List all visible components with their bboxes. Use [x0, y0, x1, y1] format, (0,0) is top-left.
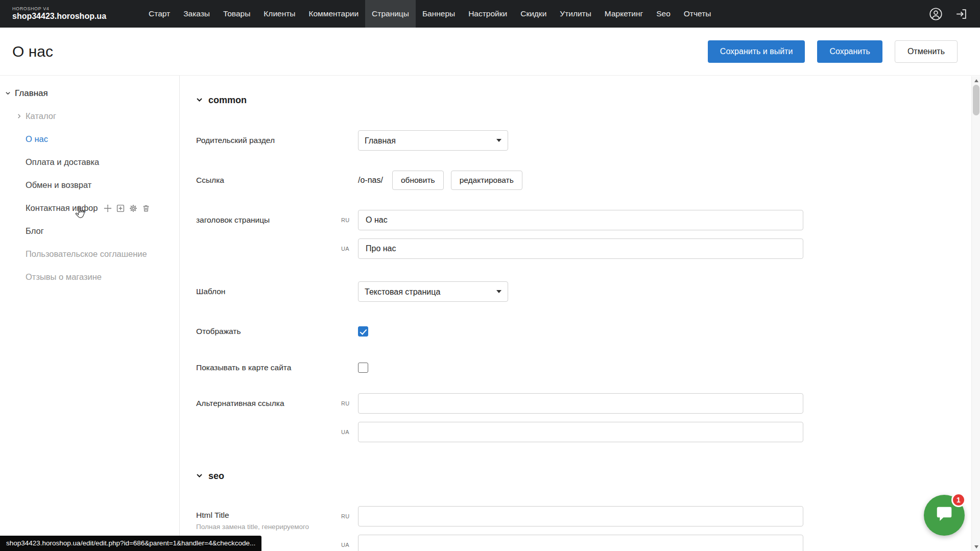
pages-tree: Главная Каталог О нас Оплата и доставка …	[0, 76, 180, 551]
html-title-ua-input[interactable]	[358, 535, 803, 551]
template-label: Шаблон	[196, 281, 358, 302]
chevron-down-icon	[5, 88, 11, 99]
sitemap-checkbox[interactable]	[358, 363, 368, 373]
page-title: О нас	[12, 43, 53, 60]
page-header: О нас Сохранить и выйти Сохранить Отмени…	[0, 28, 980, 76]
nav-item-reports[interactable]: Отчеты	[677, 0, 718, 28]
tree-item-label: Отзывы о магазине	[26, 272, 102, 282]
nav-item-utilities[interactable]: Утилиты	[553, 0, 598, 28]
tree-item-label: Блог	[26, 226, 44, 236]
chevron-right-icon[interactable]	[16, 113, 22, 119]
nav-item-products[interactable]: Товары	[217, 0, 257, 28]
page-edit-form: common Родительский раздел Главная Ссылк…	[180, 76, 980, 551]
brand-version: HOROSHOP V4	[12, 7, 106, 12]
nav-item-settings[interactable]: Настройки	[462, 0, 514, 28]
page-title-ua-input[interactable]	[358, 238, 803, 259]
main-menu: Старт Заказы Товары Клиенты Комментарии …	[142, 0, 718, 28]
section-title: common	[208, 95, 247, 106]
tree-item-main[interactable]: Главная	[0, 82, 179, 105]
chat-icon	[935, 505, 954, 526]
html-title-ru-input[interactable]	[358, 506, 803, 526]
lang-ru-tag: RU	[341, 400, 350, 406]
nav-item-start[interactable]: Старт	[142, 0, 177, 28]
page-url-value: /o-nas/	[358, 176, 383, 185]
parent-section-select[interactable]: Главная	[358, 130, 508, 151]
vertical-scrollbar[interactable]	[971, 76, 980, 551]
status-url-tooltip: shop34423.horoshop.ua/edit/edit.php?id=6…	[0, 536, 261, 551]
lang-ru-tag: RU	[341, 513, 350, 519]
html-title-hint: Полная замена title, генерируемого	[196, 523, 358, 531]
page-title-ru-input[interactable]	[358, 210, 803, 230]
display-label: Отображать	[196, 321, 358, 342]
nav-item-pages[interactable]: Страницы	[365, 0, 416, 28]
scroll-down-arrow-icon[interactable]	[972, 542, 980, 551]
tree-item-contact-info[interactable]: Контактная инфор	[26, 197, 179, 220]
alt-link-ru-input[interactable]	[358, 393, 803, 414]
nav-item-discounts[interactable]: Скидки	[514, 0, 553, 28]
cancel-button[interactable]: Отменить	[895, 40, 958, 63]
chevron-down-icon	[196, 95, 203, 106]
alt-link-label: Альтернативная ссылка	[196, 393, 358, 414]
section-title: seo	[208, 471, 224, 482]
lang-ua-tag: UA	[341, 429, 349, 435]
tree-item-label: Пользовательское соглашение	[26, 249, 147, 259]
scroll-up-arrow-icon[interactable]	[972, 76, 980, 85]
scrollbar-thumb[interactable]	[973, 85, 979, 115]
chevron-down-icon	[196, 471, 203, 482]
edit-link-button[interactable]: редактировать	[451, 171, 522, 190]
nav-item-banners[interactable]: Баннеры	[416, 0, 462, 28]
tree-item-label: Контактная инфор	[26, 203, 98, 213]
display-checkbox[interactable]	[358, 326, 368, 337]
brand[interactable]: HOROSHOP V4 shop34423.horoshop.ua	[12, 7, 106, 20]
section-common-toggle[interactable]: common	[196, 95, 960, 106]
nav-item-comments[interactable]: Комментарии	[302, 0, 365, 28]
logout-icon[interactable]	[955, 8, 968, 20]
move-icon[interactable]	[104, 204, 112, 212]
tree-item-about[interactable]: О нас	[26, 128, 179, 151]
sitemap-label: Показывать в карте сайта	[196, 357, 358, 378]
add-page-icon[interactable]	[116, 204, 125, 212]
brand-domain: shop34423.horoshop.ua	[12, 12, 106, 21]
account-icon[interactable]	[929, 7, 943, 21]
trash-icon[interactable]	[142, 204, 150, 212]
tree-item-blog[interactable]: Блог	[26, 220, 179, 243]
lang-ua-tag: UA	[341, 542, 349, 548]
lang-ru-tag: RU	[341, 217, 350, 223]
tree-item-label: О нас	[26, 134, 48, 144]
tree-item-label: Оплата и доставка	[26, 157, 99, 167]
tree-item-katalog[interactable]: Каталог	[26, 105, 179, 128]
gear-icon[interactable]	[129, 204, 137, 212]
tree-item-user-agreement[interactable]: Пользовательское соглашение	[26, 243, 179, 266]
tree-item-store-reviews[interactable]: Отзывы о магазине	[26, 266, 179, 289]
tree-item-label: Обмен и возврат	[26, 180, 91, 190]
nav-item-marketing[interactable]: Маркетинг	[598, 0, 650, 28]
chat-unread-badge: 1	[951, 493, 966, 507]
parent-section-label: Родительский раздел	[196, 130, 358, 151]
template-select[interactable]: Текстовая страница	[358, 281, 508, 302]
save-button[interactable]: Сохранить	[817, 40, 882, 63]
tree-item-payment-delivery[interactable]: Оплата и доставка	[26, 151, 179, 174]
save-exit-button[interactable]: Сохранить и выйти	[708, 40, 805, 63]
page-title-label: заголовок страницы	[196, 210, 358, 230]
tree-item-label: Каталог	[26, 111, 56, 121]
link-label: Ссылка	[196, 170, 358, 190]
nav-item-seo[interactable]: Seo	[650, 0, 677, 28]
nav-item-clients[interactable]: Клиенты	[257, 0, 302, 28]
chat-widget-button[interactable]: 1	[924, 495, 965, 536]
html-title-label: Html Title	[196, 511, 358, 520]
nav-item-orders[interactable]: Заказы	[177, 0, 217, 28]
alt-link-ua-input[interactable]	[358, 422, 803, 442]
top-navbar: HOROSHOP V4 shop34423.horoshop.ua Старт …	[0, 0, 980, 28]
section-seo-toggle[interactable]: seo	[196, 471, 960, 482]
refresh-link-button[interactable]: обновить	[392, 171, 444, 190]
tree-item-exchange-return[interactable]: Обмен и возврат	[26, 174, 179, 197]
lang-ua-tag: UA	[341, 246, 349, 252]
tree-item-label: Главная	[15, 88, 48, 99]
